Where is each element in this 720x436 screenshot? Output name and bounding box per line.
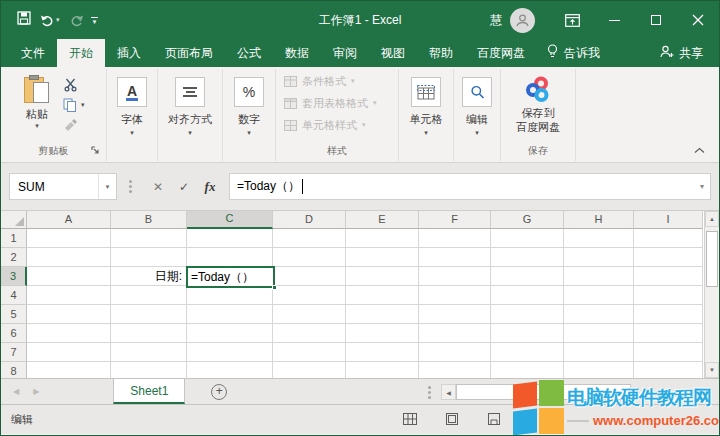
next-sheet-icon[interactable]: ▶ [33, 387, 39, 396]
prev-sheet-icon[interactable]: ◀ [13, 387, 19, 396]
formula-input[interactable]: =Today（） ▾ [229, 173, 711, 200]
maximize-button[interactable] [635, 1, 677, 39]
cell-F3[interactable] [419, 267, 491, 286]
cell-A1[interactable] [27, 229, 111, 248]
cell-C7[interactable] [187, 343, 273, 362]
paste-dropdown-icon[interactable]: ▾ [35, 122, 39, 130]
paste-button[interactable]: 粘贴 ▾ [15, 75, 59, 130]
cell-D3[interactable] [273, 267, 346, 286]
row-header-2[interactable]: 2 [1, 248, 27, 267]
cell-G1[interactable] [491, 229, 564, 248]
tab-file[interactable]: 文件 [9, 39, 57, 67]
cell-G5[interactable] [491, 305, 564, 324]
undo-dropdown-icon[interactable]: ▾ [56, 16, 60, 24]
cell-H7[interactable] [564, 343, 634, 362]
cell-E5[interactable] [346, 305, 419, 324]
tab-baidu-netdisk[interactable]: 百度网盘 [465, 39, 537, 67]
cell-G8[interactable] [491, 362, 564, 378]
cell-F4[interactable] [419, 286, 491, 305]
cell-B8[interactable] [111, 362, 187, 378]
cell-I2[interactable] [634, 248, 703, 267]
number-button[interactable]: % 数字 ▾ [223, 77, 275, 137]
select-all-button[interactable] [1, 211, 27, 229]
cell-E8[interactable] [346, 362, 419, 378]
tab-view[interactable]: 视图 [369, 39, 417, 67]
cell-F8[interactable] [419, 362, 491, 378]
expand-formula-bar-icon[interactable]: ▾ [700, 182, 704, 191]
page-break-preview-icon[interactable] [487, 413, 501, 427]
row-header-8[interactable]: 8 [1, 362, 27, 378]
close-button[interactable] [677, 1, 719, 39]
cell-G6[interactable] [491, 324, 564, 343]
cell-B5[interactable] [111, 305, 187, 324]
cell-G3[interactable] [491, 267, 564, 286]
minimize-button[interactable] [593, 1, 635, 39]
share-button[interactable]: 共享 [644, 39, 719, 67]
column-header-I[interactable]: I [634, 211, 703, 229]
cell-A3[interactable] [27, 267, 111, 286]
cell-H4[interactable] [564, 286, 634, 305]
cell-I5[interactable] [634, 305, 703, 324]
column-header-C[interactable]: C [187, 211, 273, 229]
cell-B2[interactable] [111, 248, 187, 267]
row-header-1[interactable]: 1 [1, 229, 27, 248]
copy-button[interactable]: ▾ [63, 98, 85, 112]
cell-B6[interactable] [111, 324, 187, 343]
sheet-tab-sheet1[interactable]: Sheet1 [113, 379, 185, 404]
save-icon[interactable] [17, 11, 31, 29]
scroll-up-icon[interactable]: ▲ [705, 211, 719, 227]
cell-A8[interactable] [27, 362, 111, 378]
alignment-button[interactable]: 对齐方式 ▾ [158, 77, 222, 137]
page-layout-view-icon[interactable] [445, 413, 459, 427]
cell-I8[interactable] [634, 362, 703, 378]
cell-G4[interactable] [491, 286, 564, 305]
cell-D7[interactable] [273, 343, 346, 362]
editing-dropdown-icon[interactable]: ▾ [475, 129, 479, 137]
scroll-down-icon[interactable]: ▼ [705, 362, 719, 378]
tab-insert[interactable]: 插入 [105, 39, 153, 67]
cell-D2[interactable] [273, 248, 346, 267]
cell-G2[interactable] [491, 248, 564, 267]
clipboard-dialog-launcher-icon[interactable] [91, 145, 100, 157]
cell-B4[interactable] [111, 286, 187, 305]
cell-F2[interactable] [419, 248, 491, 267]
cell-H3[interactable] [564, 267, 634, 286]
customize-toolbar-icon[interactable]: ▾ [91, 17, 98, 24]
cell-H6[interactable] [564, 324, 634, 343]
enter-button[interactable]: ✓ [171, 173, 197, 200]
fill-handle[interactable] [272, 285, 277, 290]
font-dropdown-icon[interactable]: ▾ [130, 129, 134, 137]
cell-F1[interactable] [419, 229, 491, 248]
cell-B7[interactable] [111, 343, 187, 362]
cell-C8[interactable] [187, 362, 273, 378]
cell-C1[interactable] [187, 229, 273, 248]
cell-I7[interactable] [634, 343, 703, 362]
vertical-scrollbar[interactable]: ▲ ▼ [704, 211, 719, 378]
cell-D5[interactable] [273, 305, 346, 324]
cell-E6[interactable] [346, 324, 419, 343]
cell-E2[interactable] [346, 248, 419, 267]
cell-B1[interactable] [111, 229, 187, 248]
cell-E7[interactable] [346, 343, 419, 362]
tell-me-box[interactable]: 告诉我 [537, 39, 610, 67]
row-header-5[interactable]: 5 [1, 305, 27, 324]
tab-page-layout[interactable]: 页面布局 [153, 39, 225, 67]
cell-F7[interactable] [419, 343, 491, 362]
cell-D8[interactable] [273, 362, 346, 378]
tab-formulas[interactable]: 公式 [225, 39, 273, 67]
number-dropdown-icon[interactable]: ▾ [247, 129, 251, 137]
scroll-left-icon[interactable]: ◀ [441, 384, 456, 400]
cell-C2[interactable] [187, 248, 273, 267]
column-header-D[interactable]: D [273, 211, 346, 229]
cell-H2[interactable] [564, 248, 634, 267]
undo-button[interactable]: ▾ [40, 14, 60, 27]
name-box-dropdown-icon[interactable]: ▾ [98, 174, 116, 199]
avatar[interactable] [510, 8, 535, 33]
column-header-G[interactable]: G [491, 211, 564, 229]
name-box[interactable]: SUM ▾ [9, 173, 117, 200]
row-header-7[interactable]: 7 [1, 343, 27, 362]
cell-A5[interactable] [27, 305, 111, 324]
cell-A2[interactable] [27, 248, 111, 267]
cell-C4[interactable] [187, 286, 273, 305]
row-header-6[interactable]: 6 [1, 324, 27, 343]
